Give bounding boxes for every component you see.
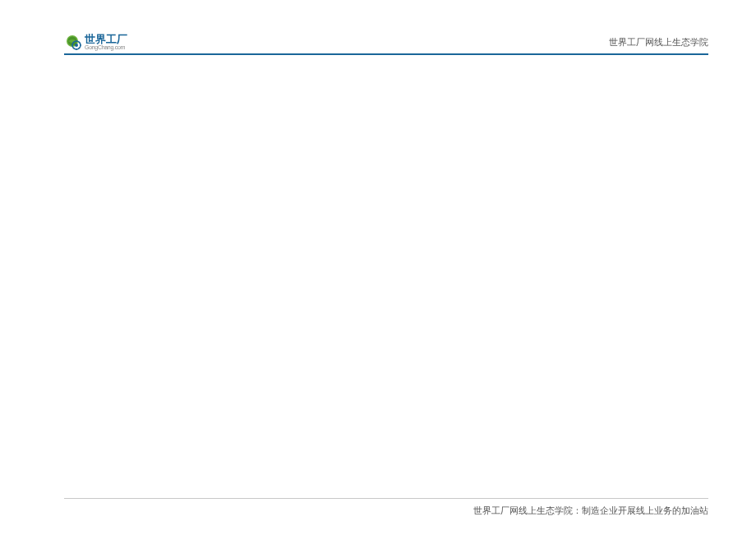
svg-line-10 [79,42,80,43]
logo-main-text: 世界工厂 [85,34,127,44]
header-divider [64,53,708,55]
footer-divider [64,498,708,499]
logo: 世界工厂 GongChang.com [64,33,127,51]
svg-line-9 [73,48,74,48]
logo-text: 世界工厂 GongChang.com [85,34,127,50]
globe-gear-icon [64,33,82,51]
svg-line-8 [79,48,80,48]
footer-text: 世界工厂网线上生态学院：制造企业开展线上业务的加油站 [473,505,708,517]
header-right-text: 世界工厂网线上生态学院 [609,36,708,48]
logo-sub-text: GongChang.com [85,44,127,50]
svg-line-7 [73,42,74,43]
header: 世界工厂 GongChang.com 世界工厂网线上生态学院 [64,30,708,54]
svg-point-11 [75,44,78,47]
